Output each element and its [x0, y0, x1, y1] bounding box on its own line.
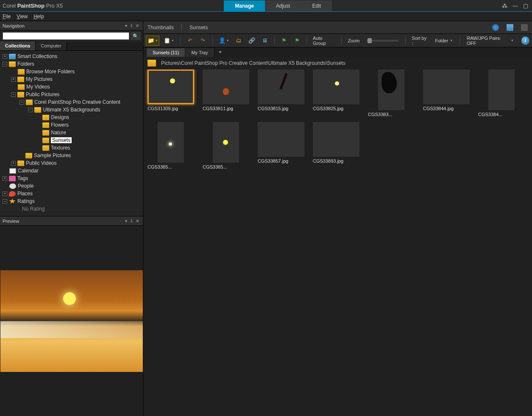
flag-next-button[interactable]: ⚑ — [292, 36, 302, 46]
add-tray-button[interactable]: + — [214, 47, 226, 57]
menu-view[interactable]: View — [17, 14, 28, 19]
thumbnail-item[interactable]: CGS33857.jpg — [258, 122, 304, 169]
thumbnail-item[interactable]: CGS31309.jpg — [148, 69, 194, 117]
view-mode-button[interactable]: 📋▼ — [162, 36, 175, 46]
tree-ultimate-bg[interactable]: −Ultimate X5 Backgrounds — [1, 106, 142, 114]
folder-icon — [17, 161, 24, 166]
thumbnail-caption: CGS33811.jpg — [203, 106, 249, 111]
preview-panel: Preview ▾ ⇩ ✕ — [0, 216, 143, 416]
thumbnail-item[interactable]: CGS3384... — [478, 69, 525, 117]
tab-computer[interactable]: Computer — [36, 42, 67, 50]
tree-places[interactable]: +Places — [1, 190, 142, 197]
tree-smart-collections[interactable]: +Smart Collections — [1, 53, 142, 60]
map-view-icon[interactable] — [492, 24, 499, 31]
thumbnail-item[interactable]: CGS3385... — [203, 122, 249, 169]
tree-ratings[interactable]: −Ratings — [1, 197, 142, 205]
thumbnail-caption: CGS33844.jpg — [423, 106, 470, 111]
menu-file[interactable]: File — [3, 14, 11, 19]
location-button[interactable]: 🗂 — [233, 36, 244, 46]
tree-designs[interactable]: Designs — [1, 114, 142, 121]
tree-people[interactable]: People — [1, 182, 142, 190]
toolbar: 📁▼ 📋▼ ↶ ↷ 👤▼ 🗂 🔗 🖥 ⚑ ⚑ Auto Group Zoom S… — [143, 34, 532, 47]
menu-help[interactable]: Help — [33, 14, 44, 19]
thumbnail-item[interactable]: CGS33844.jpg — [423, 69, 470, 117]
people-tag-button[interactable]: 👤▼ — [217, 36, 231, 46]
tree-textures[interactable]: Textures — [1, 144, 142, 152]
preview-panel-header: Preview ▾ ⇩ ✕ — [0, 216, 143, 226]
folder-icon — [18, 84, 25, 90]
navigation-title: Navigation — [3, 23, 25, 28]
raw-jpg-dropdown[interactable]: RAW/JPG Pairs: OFF▼ — [464, 36, 516, 46]
tree-public-pictures[interactable]: −Public Pictures — [1, 91, 142, 98]
panel-pin-icon[interactable]: ⇩ — [128, 23, 134, 28]
tree-no-rating[interactable]: No Rating — [1, 205, 142, 213]
folder-tree: +Smart Collections −Folders Browse More … — [0, 51, 143, 216]
thumbnail-item[interactable]: CGS3383... — [368, 69, 415, 117]
tree-psp-content[interactable]: −Corel PaintShop Pro Creative Content — [1, 98, 142, 106]
tree-flowers[interactable]: Flowers — [1, 121, 142, 129]
help-icon[interactable]: ⁂ — [501, 3, 509, 9]
search-button[interactable]: 🔍 — [131, 32, 140, 40]
rotate-left-button[interactable]: ↶ — [185, 36, 195, 46]
tray-tab-sunsets[interactable]: Sunsets (11) — [147, 48, 185, 57]
image-view-icon[interactable] — [507, 24, 513, 31]
auto-group-button[interactable]: Auto Group — [311, 36, 337, 46]
thumbnail-item[interactable]: CGS33811.jpg — [203, 69, 249, 117]
tree-public-videos[interactable]: +Public Videos — [1, 159, 142, 167]
tree-tags[interactable]: +Tags — [1, 175, 142, 182]
tab-edit[interactable]: Edit — [301, 0, 332, 11]
tab-manage[interactable]: Manage — [224, 0, 265, 11]
folder-icon — [34, 107, 41, 113]
thumbnail-image — [378, 69, 404, 110]
breadcrumb-sunsets[interactable]: Sunsets — [189, 25, 208, 31]
tag-icon — [9, 176, 16, 181]
tree-my-pictures[interactable]: +My Pictures — [1, 75, 142, 83]
minimize-icon[interactable]: — — [511, 3, 519, 9]
thumbnail-item[interactable]: CGS33815.jpg — [258, 69, 304, 117]
panel-close-icon[interactable]: ✕ — [134, 23, 140, 28]
thumbnail-image — [313, 69, 359, 104]
search-input[interactable] — [3, 32, 129, 40]
zoom-slider[interactable] — [367, 40, 399, 42]
panel-menu-icon[interactable]: ▾ — [124, 23, 128, 28]
panel-menu-icon[interactable]: ▾ — [124, 219, 128, 223]
path-row: Pictures\Corel PaintShop Pro Creative Co… — [143, 57, 532, 69]
thumbnail-image — [258, 122, 304, 157]
breadcrumb-thumbnails[interactable]: Thumbnails — [148, 25, 174, 31]
thumbnail-caption: CGS3384... — [478, 112, 525, 117]
tray-tab-mytray[interactable]: My Tray — [185, 48, 214, 57]
tree-my-videos[interactable]: My Videos — [1, 83, 142, 91]
thumbnail-caption: CGS3385... — [203, 164, 249, 169]
workspace-tabs: Manage Adjust Edit — [224, 0, 332, 11]
info-button[interactable]: i — [521, 36, 529, 45]
zoom-label: Zoom — [346, 38, 361, 43]
rotate-right-button[interactable]: ↷ — [198, 36, 208, 46]
panel-close-icon[interactable]: ✕ — [134, 219, 140, 223]
maximize-icon[interactable]: ▢ — [522, 3, 529, 9]
sort-dropdown[interactable]: Folder▼ — [432, 38, 455, 43]
thumbnail-item[interactable]: CGS3385... — [148, 122, 194, 169]
import-button[interactable]: 📁▼ — [146, 36, 159, 46]
thumbnail-item[interactable]: CGS33825.jpg — [313, 69, 359, 117]
folder-icon — [25, 153, 32, 158]
breadcrumb: Thumbnails Sunsets — [143, 21, 532, 34]
tab-adjust[interactable]: Adjust — [265, 0, 301, 11]
tab-collections[interactable]: Collections — [0, 42, 36, 50]
app-brand: Corel PaintShop Pro X5 — [3, 3, 63, 9]
preview-image — [0, 226, 143, 416]
thumbnail-item[interactable]: CGS33893.jpg — [313, 122, 359, 169]
flag-prev-button[interactable]: ⚑ — [279, 36, 290, 46]
preview-title: Preview — [3, 219, 19, 224]
share-button[interactable]: 🔗 — [246, 36, 257, 46]
folder-icon — [17, 77, 24, 82]
tree-calendar[interactable]: Calendar — [1, 167, 142, 175]
tree-browse-more[interactable]: Browse More Folders — [1, 68, 142, 75]
tree-nature[interactable]: Nature — [1, 129, 142, 136]
folder-icon — [26, 100, 33, 105]
tree-folders[interactable]: −Folders — [1, 60, 142, 68]
panel-pin-icon[interactable]: ⇩ — [128, 219, 134, 223]
tree-sunsets[interactable]: Sunsets — [1, 136, 142, 144]
slideshow-button[interactable]: 🖥 — [259, 36, 270, 46]
grid-view-icon[interactable] — [521, 24, 528, 31]
tree-sample-pictures[interactable]: Sample Pictures — [1, 152, 142, 159]
